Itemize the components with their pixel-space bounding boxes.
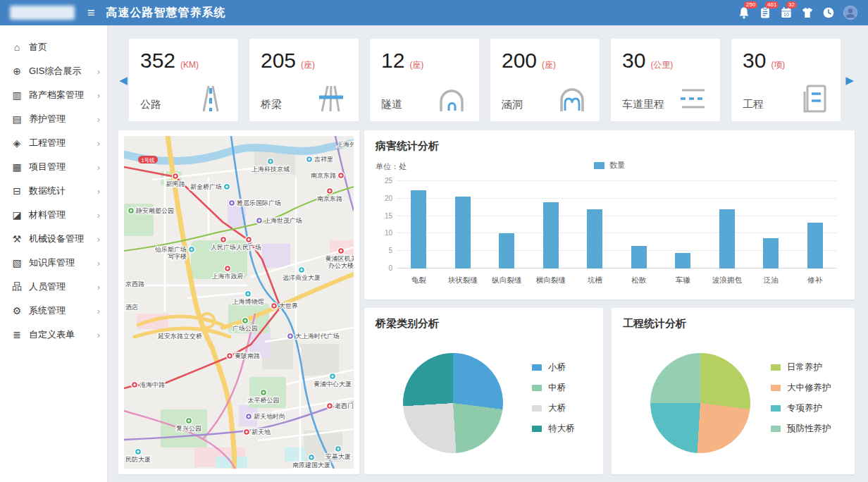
- culvert-icon: [556, 83, 588, 113]
- map-poi-dot: [247, 238, 249, 240]
- legend-label: 中桥: [548, 382, 566, 394]
- legend-label: 大中修养护: [787, 382, 831, 394]
- map-label: 新金桥广场: [190, 183, 222, 190]
- map-label: 新天地时尚: [254, 413, 285, 420]
- map-label: 太平桥公园: [248, 397, 280, 404]
- stat-label: 工程: [743, 98, 764, 113]
- x-axis-label: 坑槽: [573, 276, 617, 285]
- map-poi-dot: [262, 391, 264, 393]
- bar-chart-categories: 龟裂块状裂缝纵向裂缝横向裂缝坑槽松散车辙波浪拥包泛油修补: [397, 276, 837, 285]
- sidebar-item-personnel[interactable]: 品人员管理›: [0, 275, 107, 299]
- map-poi-dot: [137, 450, 139, 452]
- sidebar-item-equipment[interactable]: ⚒机械设备管理›: [0, 227, 107, 251]
- stat-card-road[interactable]: 352(KM)公路: [129, 39, 238, 121]
- sidebar: ⌂首页⊕GIS综合展示›▥路产档案管理›▤养护管理›◈工程管理›▦项目管理›⊟数…: [0, 25, 107, 482]
- clock-icon[interactable]: [822, 6, 836, 20]
- legend-swatch: [532, 385, 542, 391]
- stat-card-project[interactable]: 30(项)工程: [731, 39, 841, 121]
- map-label: 酒店: [125, 304, 138, 311]
- map-label: 雅居乐国际广场: [236, 199, 281, 206]
- lane-icon: [676, 83, 709, 113]
- stat-value: 200: [502, 49, 537, 73]
- main-content: ◀ 352(KM)公路205(座)桥梁12(座)隧道200(座)涵洞30(公里)…: [107, 25, 868, 482]
- sidebar-item-material[interactable]: ◪材料管理›: [0, 203, 107, 227]
- knowledge-icon: ▧: [11, 257, 23, 268]
- metro-line-badge-label: 1号线: [141, 157, 155, 163]
- stats-carousel: ◀ 352(KM)公路205(座)桥梁12(座)隧道200(座)涵洞30(公里)…: [118, 39, 855, 121]
- calendar-icon[interactable]: 10 32: [779, 6, 793, 20]
- legend-swatch: [532, 426, 542, 432]
- sidebar-item-custom-form[interactable]: ≣自定义表单›: [0, 323, 107, 347]
- map-poi-dot: [328, 404, 330, 407]
- carousel-prev-icon[interactable]: ◀: [118, 74, 128, 87]
- x-axis-label: 横向裂缝: [529, 276, 574, 285]
- stat-unit: (座): [542, 59, 556, 71]
- sidebar-item-maintenance[interactable]: ▤养护管理›: [0, 107, 107, 131]
- sidebar-item-label: GIS综合展示: [29, 65, 97, 78]
- map-poi-dot: [244, 319, 246, 321]
- map-label: 老西门: [335, 402, 354, 409]
- chevron-right-icon: ›: [97, 186, 100, 197]
- bar: [631, 246, 647, 268]
- stat-unit: (项): [771, 59, 785, 71]
- user-avatar[interactable]: [843, 5, 858, 20]
- app-title: 高速公路智慧管养系统: [106, 6, 226, 20]
- legend-label: 预防性养护: [787, 423, 831, 435]
- statistics-icon: ⊟: [11, 185, 23, 197]
- map-label: 淮海中路: [140, 381, 165, 388]
- stat-unit: (座): [409, 59, 423, 71]
- sidebar-item-gis[interactable]: ⊕GIS综合展示›: [0, 59, 107, 83]
- sidebar-item-project[interactable]: ▦项目管理›: [0, 155, 107, 179]
- chevron-right-icon: ›: [97, 66, 100, 77]
- legend-swatch: [771, 426, 781, 432]
- stat-value: 30: [622, 49, 645, 73]
- menu-toggle-icon[interactable]: ≡: [87, 6, 95, 19]
- gis-icon: ⊕: [11, 66, 23, 77]
- stat-label: 涵洞: [502, 98, 523, 113]
- sidebar-item-label: 自定义表单: [29, 328, 97, 341]
- theme-shirt-icon[interactable]: [800, 6, 814, 20]
- x-axis-label: 波浪拥包: [705, 276, 750, 285]
- map-label: 新闸路: [166, 180, 185, 187]
- sidebar-item-knowledge[interactable]: ▧知识库管理›: [0, 251, 107, 275]
- sidebar-item-home[interactable]: ⌂首页: [0, 35, 107, 59]
- bridge-pie-legend: 小桥中桥大桥特大桥: [532, 362, 575, 443]
- stat-value: 205: [261, 49, 296, 73]
- map-panel[interactable]: 上海外滩新闸路上海科技京城吉祥里南京东路南京东路新金桥广场雅居乐国际广场上海世茂…: [118, 130, 359, 474]
- map-poi-dot: [337, 447, 339, 450]
- y-axis-tick: 25: [385, 177, 392, 185]
- bridge-icon: [315, 83, 347, 113]
- legend-item: 中桥: [532, 382, 575, 394]
- stat-card-culvert[interactable]: 200(座)涵洞: [490, 39, 600, 121]
- city-map[interactable]: 上海外滩新闸路上海科技京城吉祥里南京东路南京东路新金桥广场雅居乐国际广场上海世茂…: [124, 136, 354, 469]
- chevron-right-icon: ›: [97, 114, 100, 125]
- map-poi-dot: [247, 415, 249, 417]
- y-axis-tick: 15: [385, 211, 392, 219]
- notification-count-badge: 250: [744, 1, 757, 8]
- stat-card-tunnel[interactable]: 12(座)隧道: [370, 39, 479, 121]
- bar: [807, 223, 823, 268]
- notification-bell-icon[interactable]: 250: [737, 6, 751, 20]
- chevron-right-icon: ›: [97, 306, 100, 316]
- equipment-icon: ⚒: [11, 233, 23, 245]
- legend-item: 日常养护: [771, 362, 831, 373]
- sidebar-item-engineering[interactable]: ◈工程管理›: [0, 131, 107, 155]
- personnel-icon: 品: [11, 280, 23, 293]
- sidebar-item-statistics[interactable]: ⊟数据统计›: [0, 179, 107, 203]
- stat-unit: (公里): [650, 59, 673, 71]
- carousel-next-icon[interactable]: ▶: [845, 74, 855, 87]
- bar-chart: 0510152025: [397, 181, 837, 268]
- map-label: 复兴公园: [176, 425, 202, 432]
- map-poi-dot: [340, 249, 342, 252]
- project-icon: [797, 83, 829, 113]
- stat-card-bridge[interactable]: 205(座)桥梁: [249, 39, 359, 121]
- y-axis-tick: 5: [388, 247, 392, 254]
- stat-card-lane[interactable]: 30(公里)车道里程: [611, 39, 720, 121]
- task-list-icon[interactable]: 461: [758, 6, 772, 20]
- legend-swatch: [771, 405, 781, 412]
- legend-swatch: [594, 162, 604, 169]
- custom-form-icon: ≣: [11, 329, 23, 340]
- map-poi-dot: [269, 160, 271, 162]
- sidebar-item-system[interactable]: ⚙系统管理›: [0, 299, 107, 323]
- sidebar-item-road-archive[interactable]: ▥路产档案管理›: [0, 83, 107, 107]
